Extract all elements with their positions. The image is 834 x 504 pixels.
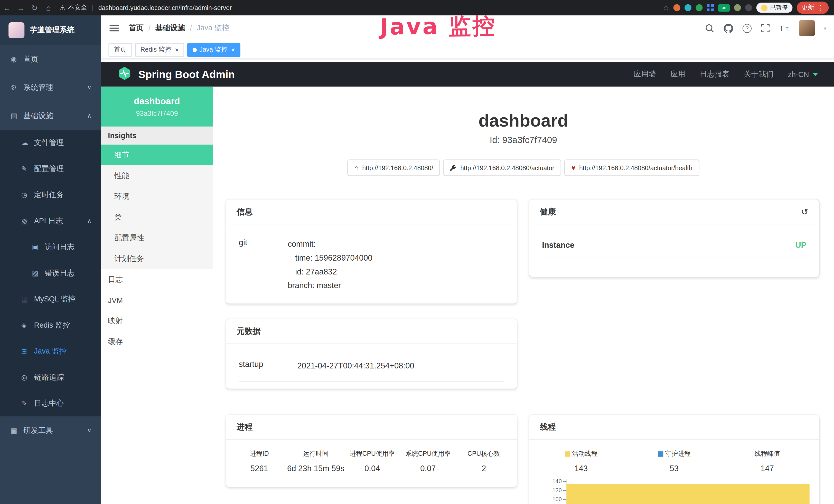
sidebar-item-api-logs[interactable]: ▧ API 日志 ∧ — [0, 208, 101, 234]
sba-content: dashboard Id: 93a3fc7f7409 ⌂ http://192.… — [213, 87, 834, 504]
extension-on-badge[interactable]: on — [718, 4, 730, 12]
actuator-url-button[interactable]: http://192.168.0.2:48080/actuator — [443, 159, 561, 176]
nav-wall[interactable]: 应用墙 — [634, 70, 656, 79]
sba-item-jvm[interactable]: JVM — [101, 290, 213, 311]
tab-java-monitor[interactable]: Java 监控 × — [187, 43, 240, 57]
sidebar-item-file-management[interactable]: ☁ 文件管理 — [0, 130, 101, 156]
extension-icon-green[interactable] — [696, 4, 703, 11]
sba-item-performance[interactable]: 性能 — [101, 165, 213, 186]
chevron-up-icon: ∧ — [87, 112, 91, 119]
brand-title[interactable]: Spring Boot Admin — [138, 68, 235, 81]
breadcrumb-home[interactable]: 首页 — [129, 23, 144, 33]
sba-item-details[interactable]: 细节 — [101, 144, 213, 165]
font-size-icon[interactable]: TT — [779, 24, 790, 32]
stat-value: 6d 23h 15m 59s — [287, 464, 345, 473]
sidebar-item-label: 研发工具 — [23, 426, 53, 435]
language-select[interactable]: zh-CN — [788, 70, 818, 78]
instance-id: 93a3fc7f7409 — [136, 109, 178, 117]
browser-toolbar-right: ☆ on 已暂停 更新 ⋮ — [663, 2, 834, 14]
sidebar-item-scheduled-jobs[interactable]: ◷ 定时任务 — [0, 182, 101, 208]
stat-value: 2 — [456, 464, 512, 473]
sba-item-classes[interactable]: 类 — [101, 207, 213, 228]
bookmark-star-icon[interactable]: ☆ — [663, 4, 669, 12]
extension-icon-leaf[interactable] — [734, 4, 741, 11]
logo-avatar — [8, 22, 24, 38]
hamburger-icon[interactable] — [110, 25, 119, 31]
extension-icon-orange[interactable] — [674, 4, 680, 11]
address-separator: | — [92, 4, 93, 12]
sidebar-item-java-monitor[interactable]: ⊞ Java 监控 — [0, 338, 101, 364]
breadcrumb-infrastructure[interactable]: 基础设施 — [155, 23, 185, 33]
stat-daemon-threads: 守护进程 53 — [628, 449, 721, 473]
sidebar-item-system-management[interactable]: ⚙ 系统管理 ∨ — [0, 73, 101, 102]
actuator-url: http://192.168.0.2:48080/actuator — [460, 164, 554, 171]
chevron-down-icon: ∨ — [87, 427, 91, 434]
github-icon[interactable] — [723, 23, 733, 33]
sba-item-mappings[interactable]: 映射 — [101, 311, 213, 331]
health-url-button[interactable]: ♥ http://192.168.0.2:48080/actuator/heal… — [565, 159, 699, 176]
update-button[interactable]: 更新 ⋮ — [797, 2, 829, 14]
sidebar-item-dev-tools[interactable]: ▣ 研发工具 ∨ — [0, 416, 101, 444]
browser-forward-icon[interactable]: → — [14, 3, 28, 12]
language-value: zh-CN — [788, 70, 809, 78]
fullscreen-icon[interactable] — [761, 23, 770, 33]
nav-journal[interactable]: 日志报表 — [700, 70, 729, 79]
update-label: 更新 — [802, 3, 814, 12]
legend-daemon-threads-swatch — [658, 451, 663, 457]
sidebar-item-infrastructure[interactable]: ▤ 基础设施 ∧ — [0, 102, 101, 130]
sba-item-caches[interactable]: 缓存 — [101, 331, 213, 352]
address-bar[interactable]: ⚠ 不安全 | dashboard.yudao.iocoder.cn/infra… — [60, 3, 232, 12]
sba-navbar: Spring Boot Admin 应用墙 应用 日志报表 关于我们 zh-CN — [101, 62, 834, 87]
sidebar-item-label: 链路追踪 — [34, 372, 64, 382]
sidebar-item-tracing[interactable]: ◎ 链路追踪 — [0, 364, 101, 390]
sidebar-item-access-logs[interactable]: ▣ 访问日志 — [0, 234, 101, 260]
tab-home[interactable]: 首页 — [108, 43, 132, 57]
stat-label: 系统CPU使用率 — [400, 449, 456, 458]
history-icon[interactable]: ↺ — [801, 206, 809, 217]
health-url: http://192.168.0.2:48080/actuator/health — [579, 164, 693, 171]
stat-label: CPU核心数 — [456, 449, 512, 458]
instance-name: dashboard — [134, 96, 180, 107]
search-icon[interactable] — [705, 23, 714, 33]
instance-url-button[interactable]: ⌂ http://192.168.0.2:48080/ — [348, 159, 440, 176]
user-avatar[interactable] — [799, 20, 815, 36]
sba-item-config-props[interactable]: 配置属性 — [101, 228, 213, 248]
browser-back-icon[interactable]: ← — [0, 3, 14, 12]
sidebar-item-log-center[interactable]: ✎ 日志中心 — [0, 390, 101, 416]
stat-value: 143 — [534, 464, 628, 473]
extension-icon-teal[interactable] — [684, 4, 692, 11]
sidebar-item-label: 配置管理 — [34, 164, 64, 174]
kebab-icon[interactable]: ⋮ — [817, 4, 824, 12]
close-icon[interactable]: × — [175, 46, 179, 53]
stat-live-threads: 活动线程 143 — [534, 449, 628, 473]
browser-reload-icon[interactable]: ↻ — [28, 3, 42, 12]
browser-home-icon[interactable]: ⌂ — [42, 3, 56, 12]
sba-item-logs[interactable]: 日志 — [101, 269, 213, 290]
stat-uptime: 运行时间 6d 23h 15m 59s — [287, 449, 345, 473]
stat-process-cpu: 进程CPU使用率 0.04 — [345, 449, 400, 473]
close-icon[interactable]: × — [231, 46, 235, 53]
chevron-down-icon[interactable]: ▾ — [824, 25, 827, 31]
nav-about[interactable]: 关于我们 — [744, 70, 774, 79]
smiley-icon — [761, 5, 767, 11]
sidebar-item-config-management[interactable]: ✎ 配置管理 — [0, 156, 101, 182]
help-icon[interactable]: ? — [743, 24, 751, 32]
dashboard-icon: ◉ — [10, 55, 23, 63]
metadata-key: startup — [239, 359, 298, 373]
y-axis-tick: 140 — [552, 478, 562, 484]
sidebar-item-mysql-monitor[interactable]: ▦ MySQL 监控 — [0, 286, 101, 312]
health-card-header: 健康 ↺ — [529, 200, 819, 224]
tab-redis-monitor[interactable]: Redis 监控 × — [135, 43, 184, 57]
sba-item-environment[interactable]: 环境 — [101, 186, 213, 207]
sba-item-scheduled-tasks[interactable]: 计划任务 — [101, 248, 213, 269]
sidebar-item-redis-monitor[interactable]: ◈ Redis 监控 — [0, 312, 101, 338]
nav-applications[interactable]: 应用 — [671, 70, 685, 79]
instance-header[interactable]: dashboard 93a3fc7f7409 — [101, 87, 213, 127]
extension-grid-icon[interactable] — [707, 4, 714, 11]
tab-label: Redis 监控 — [140, 45, 171, 54]
stat-value: 0.04 — [345, 464, 400, 473]
paused-badge[interactable]: 已暂停 — [756, 3, 793, 13]
extension-icon-dark[interactable] — [745, 4, 752, 11]
sidebar-item-home[interactable]: ◉ 首页 — [0, 45, 101, 73]
sidebar-item-error-logs[interactable]: ▨ 错误日志 — [0, 260, 101, 286]
